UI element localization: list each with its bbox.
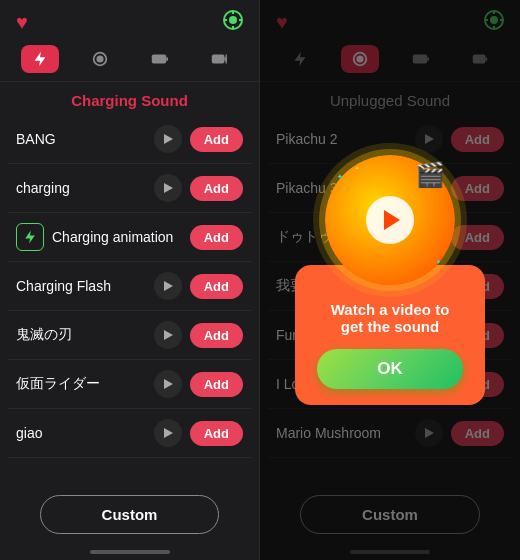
list-item: Charging Flash Add [8,262,251,311]
left-tab-row [0,41,259,82]
tab-icon-3[interactable] [140,45,178,73]
sound-name: 仮面ライダー [16,375,154,393]
svg-rect-8 [212,55,225,64]
play-button[interactable] [154,321,182,349]
add-button[interactable]: Add [190,127,243,152]
left-custom-button[interactable]: Custom [40,495,219,534]
add-button[interactable]: Add [190,274,243,299]
add-button[interactable]: Add [190,323,243,348]
charging-animation-icon [16,223,44,251]
left-section-title: Charging Sound [0,82,259,115]
list-item: Charging animation Add [8,213,251,262]
add-button[interactable]: Add [190,372,243,397]
svg-marker-15 [164,379,173,389]
play-button[interactable] [154,272,182,300]
video-circle: ✦ ✦ ✦ 🎬 [325,155,455,285]
svg-marker-13 [164,281,173,291]
heart-icon: ♥ [16,11,28,34]
left-top-bar: ♥ [0,0,259,41]
svg-point-1 [229,16,237,24]
tab-charging-sound[interactable] [21,45,59,73]
sound-name: giao [16,425,154,441]
svg-marker-11 [164,134,173,144]
list-item: charging Add [8,164,251,213]
home-indicator [90,550,170,554]
left-sound-list: BANG Add charging Add Charging animation… [0,115,259,483]
add-button[interactable]: Add [190,421,243,446]
sound-name: BANG [16,131,154,147]
sound-name: Charging Flash [16,278,154,294]
video-popup: ✦ ✦ ✦ 🎬 Watch a video to get the sound O… [290,155,490,405]
left-panel: ♥ Charging Sound BANG [0,0,260,560]
svg-marker-16 [164,428,173,438]
sound-name: 鬼滅の刃 [16,326,154,344]
svg-marker-12 [164,183,173,193]
add-button[interactable]: Add [190,225,243,250]
popup-message: Watch a video to get the sound [315,301,465,335]
sound-name: Charging animation [52,229,190,245]
play-button[interactable] [154,419,182,447]
play-button[interactable] [154,125,182,153]
add-button[interactable]: Add [190,176,243,201]
right-panel: ♥ Unplugged Sound Pikachu [260,0,520,560]
list-item: BANG Add [8,115,251,164]
svg-rect-6 [152,55,166,64]
list-item: giao Add [8,409,251,458]
sound-name: charging [16,180,154,196]
svg-rect-7 [167,57,169,61]
video-overlay: ✦ ✦ ✦ 🎬 Watch a video to get the sound O… [260,0,520,560]
location-icon [223,10,243,35]
left-custom-wrap: Custom [0,483,259,550]
tab-icon-4[interactable] [200,45,238,73]
play-button[interactable] [154,174,182,202]
tab-icon-2[interactable] [81,45,119,73]
svg-marker-14 [164,330,173,340]
list-item: 仮面ライダー Add [8,360,251,409]
popup-card: Watch a video to get the sound OK [295,265,485,405]
popup-ok-button[interactable]: OK [317,349,463,389]
list-item: 鬼滅の刃 Add [8,311,251,360]
play-video-icon[interactable] [366,196,414,244]
play-button[interactable] [154,370,182,398]
